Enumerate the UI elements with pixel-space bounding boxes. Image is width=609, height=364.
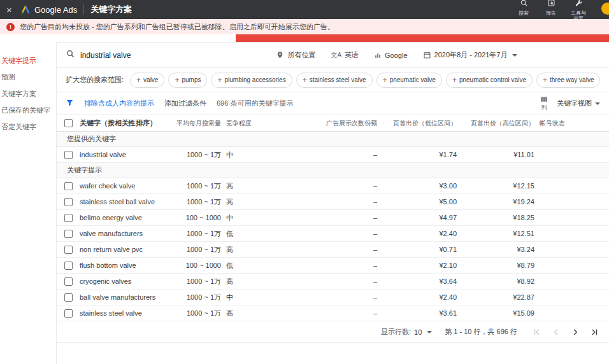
topbar-divider xyxy=(83,4,84,15)
impr-share-cell: – xyxy=(293,262,382,269)
filter-row: 排除含成人内容的提示 添加过滤条件 696 条可用的关键字提示 列 关键字视图 xyxy=(57,92,609,115)
chip-stainless-steel-valve[interactable]: + stainless steel valve xyxy=(296,73,373,88)
location-setting[interactable]: 所有位置 xyxy=(276,50,315,60)
sidebar-item-keyword-plan[interactable]: 关键字方案 xyxy=(0,85,56,102)
language-setting[interactable]: 文A 英语 xyxy=(331,50,359,60)
rows-per-page-select[interactable]: 显示行数: 10 xyxy=(381,327,432,337)
competition-cell: 高 xyxy=(226,245,293,255)
sidebar-item-negative-keywords[interactable]: 否定关键字 xyxy=(0,118,56,135)
header-account-status[interactable]: 帐号状态 xyxy=(540,119,609,128)
last-page-button[interactable] xyxy=(590,328,599,337)
row-checkbox[interactable] xyxy=(64,277,73,286)
tools-settings-action[interactable]: 工具与设置 xyxy=(570,0,587,19)
next-page-button[interactable] xyxy=(571,328,580,337)
chip-valve[interactable]: + valve xyxy=(130,73,164,88)
table-footer: 显示行数: 10 第 1 - 10 行，共 696 行 xyxy=(57,321,609,343)
tools-settings-label: 工具与设置 xyxy=(570,10,587,20)
table-row[interactable]: non return valve pvc 1000 ~ 1万 高 – ¥0.71… xyxy=(57,242,609,258)
header-impression-share[interactable]: 广告展示次数份额 xyxy=(293,119,382,128)
high-bid-cell: ¥19.24 xyxy=(462,198,540,206)
alert-banner: ! 您的广告目前均未投放 - 您的广告系列和广告组已暂停或已被移除。启用之后即可… xyxy=(0,19,609,34)
row-checkbox[interactable] xyxy=(64,198,73,206)
header-keyword[interactable]: 关键字（按相关性排序） xyxy=(80,118,166,128)
filter-funnel-icon[interactable] xyxy=(66,99,74,108)
row-checkbox[interactable] xyxy=(64,230,73,238)
row-checkbox[interactable] xyxy=(64,262,73,270)
low-bid-cell: ¥2.40 xyxy=(382,230,462,237)
columns-icon xyxy=(540,95,548,103)
network-setting[interactable]: Google xyxy=(374,52,407,59)
row-checkbox[interactable] xyxy=(64,293,73,302)
sidebar-item-keyword-ideas[interactable]: 关键字提示 xyxy=(0,52,56,69)
chip-pneumatic-valve[interactable]: + pneumatic valve xyxy=(376,73,442,88)
location-pin-icon xyxy=(276,51,284,59)
table-row[interactable]: ball valve manufacturers 1000 ~ 1万 中 – ¥… xyxy=(57,290,609,305)
keyword-search-input[interactable]: industrial valve xyxy=(80,51,131,60)
add-icon: + xyxy=(543,76,547,84)
row-checkbox[interactable] xyxy=(64,246,73,254)
select-all-checkbox[interactable] xyxy=(64,119,73,127)
header-competition[interactable]: 竞争程度 xyxy=(226,119,293,128)
competition-cell: 高 xyxy=(226,197,293,207)
location-value: 所有位置 xyxy=(287,50,315,60)
search-icon xyxy=(520,0,528,10)
columns-button[interactable]: 列 xyxy=(540,95,548,112)
account-avatar[interactable] xyxy=(601,3,609,15)
date-range-value: 2020年8月 - 2021年7月 xyxy=(434,50,508,60)
main-panel: industrial valve 所有位置 文A 英语 xyxy=(56,42,609,364)
pagination-controls xyxy=(533,328,599,337)
keyword-view-select[interactable]: 关键字视图 xyxy=(557,99,600,108)
topbar-actions: 搜索 报告 工具与设置 xyxy=(515,0,587,19)
section-keyword-ideas: 关键字提示 xyxy=(57,163,609,178)
previous-page-button[interactable] xyxy=(552,328,561,337)
chip-pumps[interactable]: + pumps xyxy=(168,73,207,88)
network-icon xyxy=(374,52,382,59)
search-action[interactable]: 搜索 xyxy=(515,0,533,16)
language-icon: 文A xyxy=(331,51,341,60)
header-high-bid[interactable]: 页首出价（高位区间） xyxy=(462,119,540,128)
keyword-cell: valve manufacturers xyxy=(80,230,166,237)
table-row[interactable]: belimo energy valve 100 ~ 1000 中 – ¥4.97… xyxy=(57,210,609,226)
keyword-cell: belimo energy valve xyxy=(80,214,166,221)
impr-share-cell: – xyxy=(293,309,382,317)
sidebar-item-forecast[interactable]: 预测 xyxy=(0,69,56,85)
table-row[interactable]: stainless steel ball valve 1000 ~ 1万 高 –… xyxy=(57,194,609,210)
table-header-row: 关键字（按相关性排序） 平均每月搜索量 竞争程度 广告展示次数份额 页首出价（低… xyxy=(57,115,609,132)
table-row[interactable]: wafer check valve 1000 ~ 1万 高 – ¥3.00 ¥1… xyxy=(57,178,609,194)
low-bid-cell: ¥2.10 xyxy=(382,262,462,269)
header-avg-monthly-searches[interactable]: 平均每月搜索量 xyxy=(166,119,226,128)
first-page-button[interactable] xyxy=(533,328,541,337)
sidebar-item-saved-keywords[interactable]: 已保存的关键字 xyxy=(0,102,56,118)
search-settings-row: industrial valve 所有位置 文A 英语 xyxy=(57,43,609,68)
searches-cell: 1000 ~ 1万 xyxy=(166,181,226,191)
keyword-cell: cryogenic valves xyxy=(80,277,166,285)
chip-three-way-valve[interactable]: + three way valve xyxy=(536,73,601,88)
close-icon[interactable]: × xyxy=(6,4,19,15)
date-range-setting[interactable]: 2020年8月 - 2021年7月 xyxy=(423,50,518,60)
keyword-cell: wafer check valve xyxy=(80,182,166,190)
chip-label: valve xyxy=(143,76,158,83)
table-row[interactable]: cryogenic valves 1000 ~ 1万 高 – ¥3.64 ¥8.… xyxy=(57,274,609,290)
chip-pneumatic-control-valve[interactable]: + pneumatic control valve xyxy=(446,73,533,88)
keyword-cell: stainless steel valve xyxy=(80,309,166,317)
search-icon xyxy=(66,49,75,61)
low-bid-cell: ¥2.40 xyxy=(382,293,462,301)
header-low-bid[interactable]: 页首出价（低位区间） xyxy=(382,119,462,128)
table-row[interactable]: industrial valve 1000 ~ 1万 中 – ¥1.74 ¥11… xyxy=(57,147,609,163)
add-filter-button[interactable]: 添加过滤条件 xyxy=(164,99,206,108)
exclude-adult-filter[interactable]: 排除含成人内容的提示 xyxy=(84,99,154,108)
table-row[interactable]: stainless steel valve 1000 ~ 1万 高 – ¥3.6… xyxy=(57,305,609,321)
searches-cell: 1000 ~ 1万 xyxy=(166,293,226,302)
row-checkbox[interactable] xyxy=(64,182,73,190)
row-checkbox[interactable] xyxy=(64,151,73,159)
network-value: Google xyxy=(385,52,407,59)
row-checkbox[interactable] xyxy=(64,214,73,222)
chip-plumbing-accessories[interactable]: + plumbing accessories xyxy=(211,73,292,88)
impr-share-cell: – xyxy=(293,230,382,237)
wrench-icon xyxy=(575,0,583,10)
table-row[interactable]: flush bottom valve 100 ~ 1000 低 – ¥2.10 … xyxy=(57,258,609,274)
table-row[interactable]: valve manufacturers 1000 ~ 1万 低 – ¥2.40 … xyxy=(57,226,609,242)
row-checkbox[interactable] xyxy=(64,309,73,318)
reports-action[interactable]: 报告 xyxy=(542,0,560,16)
low-bid-cell: ¥1.74 xyxy=(382,151,462,158)
